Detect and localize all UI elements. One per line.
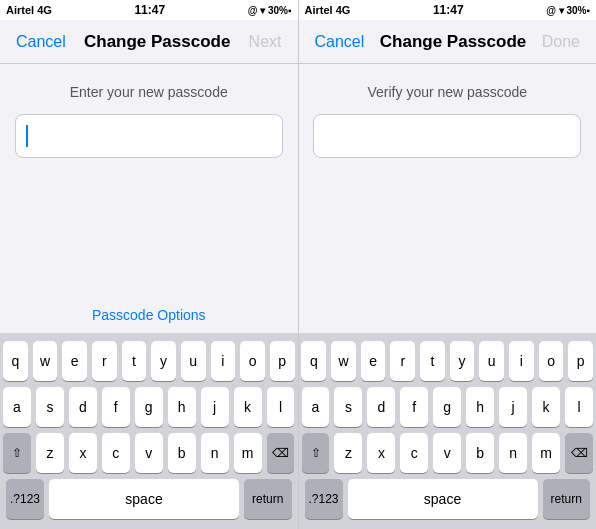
key-y-2[interactable]: y [450,341,475,381]
key-t-1[interactable]: t [122,341,147,381]
keyboard-row-1-2: q w e r t y u i o p [302,341,594,381]
key-k-2[interactable]: k [532,387,560,427]
key-x-2[interactable]: x [367,433,395,473]
keyboard-bottom-row-2: .?123 space return [302,479,594,519]
shift-key-1[interactable]: ⇧ [3,433,31,473]
status-bar-2: Airtel 4G 11:47 @ ▾ 30%▪ [299,0,597,20]
key-d-2[interactable]: d [367,387,395,427]
time-1: 11:47 [134,3,165,17]
return-key-1[interactable]: return [244,479,292,519]
nav-title-1: Change Passcode [84,32,230,52]
passcode-input-1[interactable] [15,114,283,158]
key-a-1[interactable]: a [3,387,31,427]
key-n-1[interactable]: n [201,433,229,473]
key-i-1[interactable]: i [211,341,236,381]
keyboard-row-3-2: ⇧ z x c v b n m ⌫ [302,433,594,473]
key-l-2[interactable]: l [565,387,593,427]
key-l-1[interactable]: l [267,387,295,427]
key-b-1[interactable]: b [168,433,196,473]
key-q-1[interactable]: q [3,341,28,381]
panel-enter-passcode: Airtel 4G 11:47 @ ▾ 30%▪ Cancel Change P… [0,0,298,529]
key-e-2[interactable]: e [361,341,386,381]
key-f-2[interactable]: f [400,387,428,427]
shift-key-2[interactable]: ⇧ [302,433,330,473]
keyboard-2: q w e r t y u i o p a s d f g h j k l ⇧ … [299,333,597,529]
keyboard-bottom-row-1: .?123 space return [3,479,295,519]
key-y-1[interactable]: y [151,341,176,381]
sym-key-2[interactable]: .?123 [305,479,343,519]
key-j-1[interactable]: j [201,387,229,427]
key-b-2[interactable]: b [466,433,494,473]
key-g-1[interactable]: g [135,387,163,427]
key-a-2[interactable]: a [302,387,330,427]
space-key-1[interactable]: space [49,479,239,519]
text-cursor-1 [26,125,28,147]
key-z-1[interactable]: z [36,433,64,473]
status-icons-1: @ ▾ 30%▪ [248,5,292,16]
key-d-1[interactable]: d [69,387,97,427]
key-j-2[interactable]: j [499,387,527,427]
next-button-1[interactable]: Next [243,29,288,55]
key-v-1[interactable]: v [135,433,163,473]
key-r-1[interactable]: r [92,341,117,381]
key-g-2[interactable]: g [433,387,461,427]
done-button-2[interactable]: Done [536,29,586,55]
content-area-2: Verify your new passcode [299,64,597,333]
key-h-1[interactable]: h [168,387,196,427]
nav-bar-2: Cancel Change Passcode Done [299,20,597,64]
time-2: 11:47 [433,3,464,17]
key-u-1[interactable]: u [181,341,206,381]
cancel-button-2[interactable]: Cancel [309,29,371,55]
key-q-2[interactable]: q [301,341,326,381]
key-o-1[interactable]: o [240,341,265,381]
key-m-1[interactable]: m [234,433,262,473]
key-t-2[interactable]: t [420,341,445,381]
key-i-2[interactable]: i [509,341,534,381]
key-p-1[interactable]: p [270,341,295,381]
sym-key-1[interactable]: .?123 [6,479,44,519]
status-bar-1: Airtel 4G 11:47 @ ▾ 30%▪ [0,0,298,20]
keyboard-row-1-1: q w e r t y u i o p [3,341,295,381]
key-r-2[interactable]: r [390,341,415,381]
space-key-2[interactable]: space [348,479,538,519]
delete-key-1[interactable]: ⌫ [267,433,295,473]
delete-key-2[interactable]: ⌫ [565,433,593,473]
nav-title-2: Change Passcode [380,32,526,52]
key-h-2[interactable]: h [466,387,494,427]
key-c-1[interactable]: c [102,433,130,473]
passcode-prompt-2: Verify your new passcode [367,84,527,100]
key-w-2[interactable]: w [331,341,356,381]
key-m-2[interactable]: m [532,433,560,473]
keyboard-row-2-2: a s d f g h j k l [302,387,594,427]
key-s-1[interactable]: s [36,387,64,427]
key-k-1[interactable]: k [234,387,262,427]
key-z-2[interactable]: z [334,433,362,473]
passcode-options-link-1[interactable]: Passcode Options [92,307,206,323]
keyboard-row-2-1: a s d f g h j k l [3,387,295,427]
key-w-1[interactable]: w [33,341,58,381]
key-u-2[interactable]: u [479,341,504,381]
passcode-input-2[interactable] [313,114,581,158]
key-n-2[interactable]: n [499,433,527,473]
key-o-2[interactable]: o [539,341,564,381]
carrier-2: Airtel 4G [305,4,351,16]
keyboard-1: q w e r t y u i o p a s d f g h j k l ⇧ … [0,333,298,529]
nav-bar-1: Cancel Change Passcode Next [0,20,298,64]
status-icons-2: @ ▾ 30%▪ [546,5,590,16]
return-key-2[interactable]: return [543,479,591,519]
key-c-2[interactable]: c [400,433,428,473]
keyboard-row-3-1: ⇧ z x c v b n m ⌫ [3,433,295,473]
key-s-2[interactable]: s [334,387,362,427]
carrier-1: Airtel 4G [6,4,52,16]
content-area-1: Enter your new passcode Passcode Options [0,64,298,333]
key-f-1[interactable]: f [102,387,130,427]
key-v-2[interactable]: v [433,433,461,473]
key-x-1[interactable]: x [69,433,97,473]
key-p-2[interactable]: p [568,341,593,381]
passcode-prompt-1: Enter your new passcode [70,84,228,100]
key-e-1[interactable]: e [62,341,87,381]
cancel-button-1[interactable]: Cancel [10,29,72,55]
panel-verify-passcode: Airtel 4G 11:47 @ ▾ 30%▪ Cancel Change P… [299,0,597,529]
